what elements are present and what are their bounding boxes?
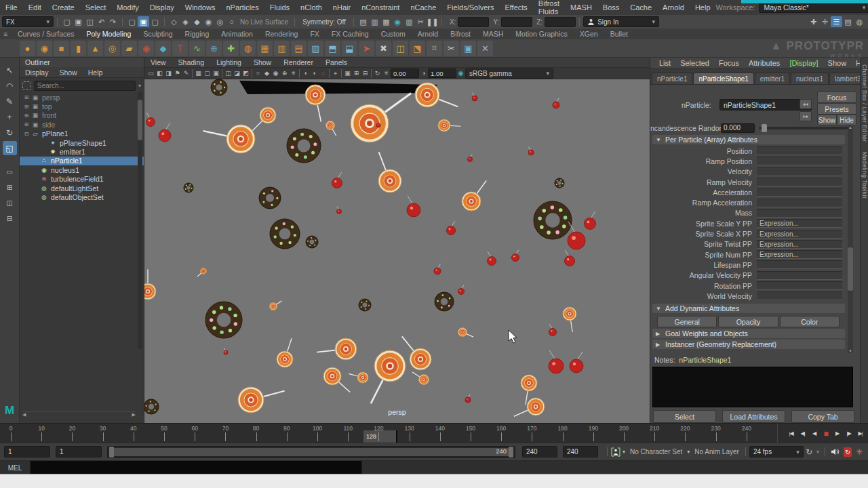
viewport-toolbar-icon-18[interactable]: ✳ bbox=[289, 68, 298, 79]
anim-layer-label[interactable]: No Anim Layer bbox=[694, 448, 739, 455]
select-hierarchy-icon[interactable]: ▢ bbox=[126, 16, 138, 27]
particle-donut[interactable] bbox=[205, 302, 242, 338]
particle-lollipop[interactable] bbox=[438, 119, 460, 131]
node-name-field[interactable] bbox=[719, 99, 812, 110]
auto-keyframe-toggle[interactable]: ↻ bbox=[844, 447, 852, 457]
menu-nconstraint[interactable]: nConstraint bbox=[356, 3, 405, 12]
menu-mash[interactable]: MASH bbox=[565, 3, 597, 12]
attribute-field-velocity[interactable] bbox=[757, 167, 842, 176]
shelf-curve-icon[interactable]: ∿ bbox=[189, 41, 205, 56]
scale-tool-icon[interactable]: ◱ bbox=[3, 141, 17, 155]
particle-lollipop[interactable] bbox=[371, 350, 406, 403]
menu-nparticles[interactable]: nParticles bbox=[220, 3, 264, 12]
particle-cherry[interactable] bbox=[585, 211, 596, 229]
menu-select[interactable]: Select bbox=[80, 3, 112, 12]
ae-menu-display[interactable]: Display bbox=[785, 59, 823, 67]
particle-lollipop[interactable] bbox=[458, 328, 474, 338]
shelf-cube-icon[interactable]: ■ bbox=[54, 41, 69, 56]
shelf-tab-fx-caching[interactable]: FX Caching bbox=[326, 30, 375, 38]
animation-end-field[interactable]: 240 bbox=[563, 446, 598, 458]
undo-icon[interactable]: ↶ bbox=[96, 16, 107, 27]
pin-tab-icon[interactable]: ↤ bbox=[800, 99, 812, 109]
mel-command-input[interactable] bbox=[31, 461, 361, 474]
paint-select-tool-icon[interactable]: ✎ bbox=[3, 94, 17, 108]
particle-donut[interactable] bbox=[287, 129, 321, 163]
scroll-left-icon[interactable]: ◀ bbox=[22, 412, 26, 418]
particle-cherry[interactable] bbox=[434, 264, 441, 275]
shelf-tab-xgen[interactable]: XGen bbox=[574, 30, 604, 38]
animation-preferences-icon[interactable]: ✳ bbox=[856, 447, 863, 457]
mute-audio-icon[interactable] bbox=[831, 447, 840, 456]
outliner-item-defaultlightset[interactable]: ◍defaultLightSet bbox=[20, 184, 144, 192]
particle-cherry[interactable] bbox=[570, 352, 583, 373]
outliner-item-front[interactable]: ⊞▣front bbox=[20, 111, 144, 120]
outliner-item-top[interactable]: ⊞▣top bbox=[20, 102, 144, 110]
attribute-field-world-velocity[interactable] bbox=[757, 291, 842, 300]
menu-help[interactable]: Help bbox=[690, 3, 716, 12]
menu-fields-solvers[interactable]: Fields/Solvers bbox=[441, 3, 499, 12]
expander-icon[interactable]: ⊞ bbox=[22, 121, 31, 127]
viewport-toolbar-icon-7[interactable]: ▢ bbox=[203, 68, 212, 79]
menu-effects[interactable]: Effects bbox=[499, 3, 532, 12]
per-particle-section-header[interactable]: ▼ Per Particle (Array) Attributes bbox=[652, 135, 845, 144]
particle-donut[interactable] bbox=[270, 219, 300, 249]
shelf-tab-bullet[interactable]: Bullet bbox=[604, 30, 634, 38]
outliner-menu-help[interactable]: Help bbox=[83, 68, 108, 77]
shelf-tab-sculpting[interactable]: Sculpting bbox=[137, 30, 178, 38]
opacity-button[interactable]: Opacity bbox=[718, 316, 778, 327]
particle-cherry[interactable] bbox=[565, 250, 575, 266]
particle-lollipop[interactable] bbox=[402, 336, 431, 370]
shelf-menu-icon[interactable]: ≡ bbox=[0, 28, 12, 39]
outliner-menu-show[interactable]: Show bbox=[54, 68, 82, 77]
select-component-icon[interactable]: ▢ bbox=[149, 16, 161, 27]
snap-center-icon[interactable]: ◉ bbox=[203, 16, 214, 27]
particle-cherry[interactable] bbox=[512, 249, 519, 261]
instancer-geometry-replacement-section-header[interactable]: ▶Instancer (Geometry Replacement) bbox=[652, 340, 845, 349]
shelf-separate-icon[interactable]: ⬓ bbox=[342, 41, 357, 56]
coord-field-x[interactable] bbox=[458, 17, 489, 27]
particle-cherry[interactable] bbox=[549, 324, 557, 336]
shelf-sphere2-icon[interactable]: ◉ bbox=[37, 41, 52, 56]
attribute-editor-toggle-icon[interactable]: ▤ bbox=[842, 16, 854, 27]
rotate-tool-icon[interactable]: ↻ bbox=[3, 125, 17, 140]
add-dynamic-section-header[interactable]: ▼ Add Dynamic Attributes bbox=[652, 304, 845, 313]
viewport-toolbar-icon-20[interactable]: ◖ bbox=[301, 68, 310, 79]
character-set-menu-icon[interactable]: ▾ bbox=[623, 449, 625, 455]
attribute-field-ramp-acceleration[interactable] bbox=[757, 199, 842, 207]
particle-cherry[interactable] bbox=[553, 98, 559, 109]
viewport-toolbar-icon-11[interactable]: ◪ bbox=[233, 68, 241, 79]
exposure-icon[interactable]: ✳ bbox=[382, 68, 391, 79]
attribute-field-angular-velocity-pp[interactable] bbox=[757, 271, 842, 280]
shelf-tab-poly-modeling[interactable]: Poly Modeling bbox=[80, 30, 137, 38]
outliner-search-input[interactable] bbox=[34, 81, 136, 91]
loop-mode-icon[interactable]: ↻ bbox=[806, 447, 812, 457]
viewport-toolbar-icon-27[interactable]: ⊞ bbox=[352, 68, 361, 79]
playback-end-field[interactable]: 240 bbox=[522, 446, 557, 458]
snap-point-icon[interactable]: ◆ bbox=[191, 16, 203, 27]
shelf-tab-curves-surfaces[interactable]: Curves / Surfaces bbox=[12, 30, 80, 38]
ae-menu-focus[interactable]: Focus bbox=[714, 59, 744, 67]
select-object-icon[interactable]: ▣ bbox=[138, 16, 149, 27]
shelf-sphere-red-icon[interactable]: ◉ bbox=[138, 41, 154, 56]
gamma-field[interactable]: 1.00 bbox=[428, 68, 456, 78]
go-to-end-button[interactable]: ▶| bbox=[855, 428, 865, 439]
outliner-item-emitter1[interactable]: ✹emitter1 bbox=[20, 147, 144, 156]
particle-donut[interactable] bbox=[184, 183, 193, 192]
channel-box-toggle-icon[interactable]: ☰ bbox=[831, 16, 842, 27]
command-line-mode-button[interactable]: MEL bbox=[0, 461, 31, 474]
copy-tab-button[interactable]: Copy Tab bbox=[791, 410, 854, 423]
notes-textarea[interactable] bbox=[652, 367, 853, 407]
expander-icon[interactable]: ⊞ bbox=[22, 104, 31, 110]
viewport-toolbar-icon-8[interactable]: ▣ bbox=[212, 68, 220, 79]
outliner-horizontal-scrollbar[interactable]: ◀ ▶ bbox=[22, 411, 136, 418]
single-pane-layout-icon[interactable]: ▭ bbox=[3, 165, 17, 179]
attribute-field-ramp-position[interactable] bbox=[757, 157, 842, 165]
attribute-field-ramp-velocity[interactable] bbox=[757, 178, 842, 186]
viewport-toolbar-icon-2[interactable]: ◨ bbox=[164, 68, 173, 79]
shelf-add-icon[interactable]: ✚ bbox=[223, 41, 239, 56]
viewport-toolbar-icon-16[interactable]: ◉ bbox=[271, 68, 280, 79]
timeline-track[interactable]: 128 010203040506070809010011012013014015… bbox=[4, 424, 778, 443]
attribute-field-rotation-pp[interactable] bbox=[757, 281, 842, 290]
ae-tab-nparticle1[interactable]: nParticle1 bbox=[652, 73, 692, 84]
range-start-handle[interactable] bbox=[109, 447, 114, 458]
